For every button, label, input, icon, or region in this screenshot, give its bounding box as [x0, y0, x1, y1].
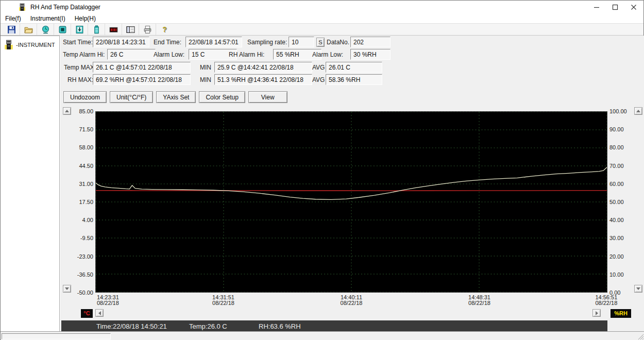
rh-max-field[interactable]: 69.2 %RH @14:57:01 22/08/18: [93, 74, 191, 85]
y-tick-label: 40.00: [609, 217, 636, 223]
datano-field[interactable]: 202: [350, 37, 391, 47]
view-panels-button[interactable]: [122, 24, 139, 35]
main-content: Start Time: 22/08/18 14:23:31 End Time: …: [60, 36, 644, 331]
y-tick-label: 10.00: [609, 271, 636, 278]
y-tick-label: 71.50: [67, 126, 93, 132]
x-tick-label: 14:40:1108/22/18: [341, 295, 363, 306]
download-icon: [75, 25, 84, 34]
temp-alarm-hi-label: Temp Alarm Hi:: [63, 51, 105, 58]
info-row-alarms: Temp Alarm Hi: 26 C Alarm Low: 15 C RH A…: [60, 49, 644, 60]
rh-avg-label: AVG: [312, 76, 325, 83]
info-row-rh-stats: RH MAX: 69.2 %RH @14:57:01 22/08/18 MIN …: [60, 74, 644, 85]
s-button[interactable]: S: [316, 38, 325, 47]
unit-button[interactable]: Unit(°C/°F): [110, 91, 153, 103]
y-tick-label: -36.50: [67, 271, 93, 278]
color-setup-button[interactable]: Color Setup: [199, 91, 245, 103]
start-time-field[interactable]: 22/08/18 14:23:31: [93, 37, 149, 47]
y-tick-label: 44.50: [67, 163, 93, 169]
time-axis-labels: 14:23:3108/22/1814:31:5108/22/1814:40:11…: [95, 295, 607, 308]
rh-unit-badge: %RH: [611, 309, 631, 318]
y-tick-label: -50.00: [67, 290, 93, 296]
y-tick-label: 60.00: [609, 181, 636, 187]
maximize-button[interactable]: [606, 1, 624, 14]
open-folder-icon: [24, 25, 33, 34]
y-tick-label: 31.00: [67, 181, 93, 187]
led-display-button[interactable]: [105, 24, 122, 35]
start-time-label: Start Time:: [63, 39, 93, 46]
temp-unit-badge: °C: [81, 309, 93, 318]
left-arrow-icon: [98, 311, 101, 315]
yaxis-set-button[interactable]: YAxis Set: [156, 91, 196, 103]
y-tick-label: 85.00: [67, 108, 93, 114]
scroll-right-button[interactable]: [592, 309, 601, 317]
save-button[interactable]: [3, 24, 20, 35]
rh-min-label: MIN: [200, 76, 211, 83]
sampling-rate-label: Sampling rate:: [247, 39, 287, 46]
temp-avg-label: AVG: [312, 64, 325, 71]
undozoom-button[interactable]: Undozoom: [63, 91, 107, 103]
down-arrow-icon: [636, 287, 640, 290]
up-arrow-icon: [636, 110, 640, 112]
app-logger-icon: [18, 3, 26, 11]
chart-toolbar: Undozoom Unit(°C/°F) YAxis Set Color Set…: [63, 91, 287, 103]
resize-grip[interactable]: [637, 333, 644, 340]
rh-min-field[interactable]: 51.3 %RH @14:36:41 22/08/18: [214, 74, 312, 85]
battery-button[interactable]: [88, 24, 105, 35]
rh-avg-field[interactable]: 58.36 %RH: [326, 74, 382, 85]
y-tick-label: 17.50: [67, 199, 93, 205]
led-display-icon: [109, 25, 118, 34]
scroll-left-button[interactable]: [95, 309, 104, 317]
title-bar: RH And Temp Datalogger: [1, 1, 643, 14]
end-time-label: End Time:: [154, 39, 181, 46]
rh-alarm-low-field[interactable]: 30 %RH: [350, 49, 391, 60]
y-tick-label: 20.00: [609, 253, 636, 260]
y-tick-label: 100.00: [609, 108, 636, 114]
chart-plot-area[interactable]: [95, 111, 607, 293]
toolbar: ?: [1, 23, 643, 36]
sidebar-item-instrument[interactable]: -INSTRUMENT: [1, 36, 59, 50]
datano-label: DataNo.: [327, 39, 349, 46]
open-button[interactable]: [20, 24, 37, 35]
menu-help[interactable]: Help(H): [70, 14, 100, 23]
download-button[interactable]: [71, 24, 88, 35]
temp-max-field[interactable]: 26.1 C @14:57:01 22/08/18: [93, 62, 191, 73]
minimize-button[interactable]: [588, 1, 605, 14]
view-button[interactable]: View: [248, 91, 287, 103]
status-panel: [2, 333, 111, 339]
printer-icon: [143, 25, 152, 34]
temp-min-field[interactable]: 25.9 C @14:42:41 22/08/18: [214, 62, 312, 73]
logger-display-button[interactable]: [54, 24, 71, 35]
cursor-time: Time:22/08/18 14:50:21: [96, 322, 167, 330]
end-time-field[interactable]: 22/08/18 14:57:01: [185, 37, 242, 47]
save-icon: [7, 25, 16, 34]
temp-max-label: Temp MAX:: [64, 64, 96, 71]
temp-avg-field[interactable]: 26.01 C: [326, 62, 382, 73]
menu-instrument[interactable]: Instrument(I): [26, 14, 70, 23]
x-tick-label: 14:31:5108/22/18: [212, 295, 234, 306]
info-row-temp-stats: Temp MAX: 26.1 C @14:57:01 22/08/18 MIN …: [60, 62, 644, 73]
print-button[interactable]: [139, 24, 156, 35]
x-tick-label: 14:56:5108/22/18: [595, 295, 617, 306]
y-tick-label: 30.00: [609, 235, 636, 241]
x-tick-label: 14:23:3108/22/18: [97, 295, 119, 306]
cursor-status-bar: Time:22/08/18 14:50:21 Temp:26.0 C RH:63…: [61, 320, 607, 332]
menu-file[interactable]: File(f): [1, 14, 26, 23]
info-row-times: Start Time: 22/08/18 14:23:31 End Time: …: [60, 37, 644, 47]
temp-alarm-hi-field[interactable]: 26 C: [107, 49, 156, 60]
close-button[interactable]: [625, 1, 642, 14]
temp-axis-labels: 85.0071.5058.0044.5031.0017.504.00-9.50-…: [67, 111, 93, 293]
sidebar: -INSTRUMENT: [1, 36, 60, 331]
window-status-strip: [1, 331, 644, 340]
right-arrow-icon: [596, 311, 598, 315]
help-icon: ?: [162, 25, 167, 33]
y-tick-label: 50.00: [609, 199, 636, 205]
panels-icon: [126, 25, 135, 34]
sampling-rate-field[interactable]: 10: [289, 37, 314, 47]
app-window: RH And Temp Datalogger File(f) Instrumen…: [0, 0, 644, 340]
time-setup-button[interactable]: [37, 24, 54, 35]
instrument-icon: [4, 40, 13, 50]
help-button[interactable]: ?: [156, 24, 173, 35]
temp-min-label: MIN: [200, 64, 211, 71]
window-title: RH And Temp Datalogger: [30, 4, 100, 11]
y-tick-label: 80.00: [609, 144, 636, 150]
